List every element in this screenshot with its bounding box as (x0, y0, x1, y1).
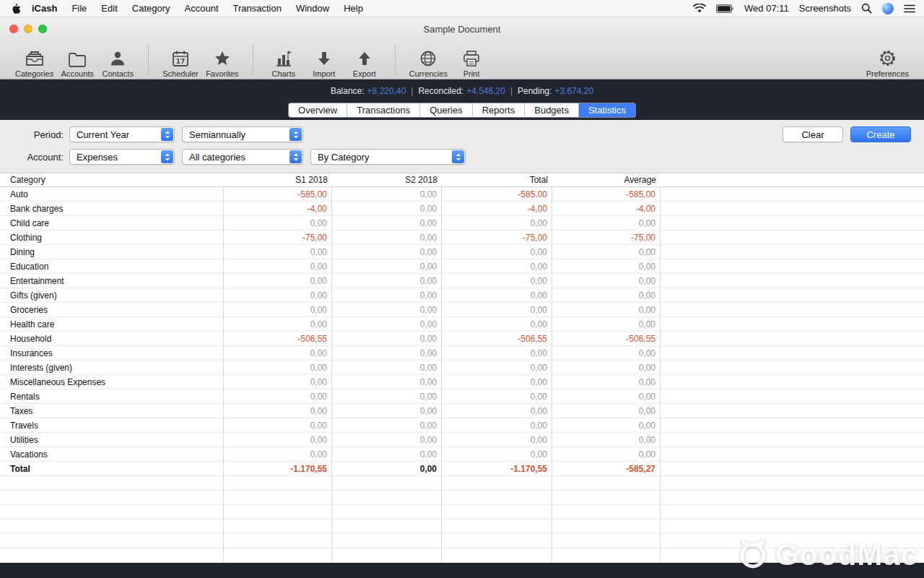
menu-clock[interactable]: Wed 07:11 (744, 3, 789, 14)
tab-queries[interactable]: Queries (420, 103, 473, 117)
table-row-auto[interactable]: Auto-585,000,00-585,00-585,00 (0, 187, 924, 202)
menu-item-account[interactable]: Account (178, 3, 226, 14)
minimize-button[interactable] (24, 25, 32, 33)
statistics-table: CategoryS1 2018S2 2018TotalAverage Auto-… (0, 173, 924, 563)
traffic-lights (9, 25, 47, 33)
value-cell: 0,00 (224, 389, 332, 403)
column-header-average[interactable]: Average (552, 175, 661, 185)
table-row-entertainment[interactable]: Entertainment0,000,000,000,00 (0, 274, 924, 288)
menu-list-icon[interactable] (904, 4, 915, 13)
value-cell: 0,00 (552, 317, 661, 331)
table-row-vacations[interactable]: Vacations0,000,000,000,00 (0, 447, 924, 462)
value-cell: 0,00 (552, 433, 661, 447)
value-cell: 0,00 (442, 418, 552, 432)
interval-select[interactable]: Semiannually (182, 126, 303, 142)
filler-cell (661, 346, 924, 360)
window-title: Sample Document (424, 24, 501, 35)
category-cell (0, 491, 224, 504)
tab-overview[interactable]: Overview (289, 103, 347, 117)
column-header-s1-2018[interactable]: S1 2018 (224, 175, 332, 185)
table-row-child-care[interactable]: Child care0,000,000,000,00 (0, 216, 924, 230)
zoom-button[interactable] (38, 25, 47, 33)
gear-icon (879, 47, 897, 67)
menu-item-help[interactable]: Help (336, 3, 370, 14)
grouping-select[interactable]: By Category (310, 149, 466, 165)
table-row-travels[interactable]: Travels0,000,000,000,00 (0, 418, 924, 433)
value-cell: -585,00 (552, 187, 661, 201)
preferences-label: Preferences (866, 69, 909, 78)
value-cell: 0,00 (332, 433, 442, 447)
categories-button[interactable]: Categories (12, 42, 57, 78)
contacts-button[interactable]: Contacts (97, 42, 138, 78)
wifi-icon[interactable] (693, 4, 706, 13)
charts-button[interactable]: Charts (263, 42, 304, 78)
value-cell: 0,00 (224, 447, 332, 461)
value-cell (442, 534, 552, 548)
preferences-button[interactable]: Preferences (863, 42, 912, 78)
value-cell: 0,00 (442, 288, 552, 302)
table-row-taxes[interactable]: Taxes0,000,000,000,00 (0, 404, 924, 418)
table-row-household[interactable]: Household-506,550,00-506,55-506,55 (0, 332, 924, 346)
table-row-education[interactable]: Education0,000,000,000,00 (0, 259, 924, 274)
table-row-miscellaneous-expenses[interactable]: Miscellaneous Expenses0,000,000,000,00 (0, 375, 924, 389)
menu-app-name[interactable]: iCash (25, 3, 64, 14)
tab-transactions[interactable]: Transactions (347, 103, 420, 117)
column-header-category[interactable]: Category (0, 175, 224, 185)
export-button[interactable]: Export (344, 42, 385, 78)
accounts-button[interactable]: Accounts (57, 42, 97, 78)
siri-icon[interactable] (882, 3, 894, 14)
favorites-button[interactable]: Favorites (202, 42, 243, 78)
column-header-total[interactable]: Total (442, 175, 552, 185)
period-select[interactable]: Current Year (69, 126, 175, 142)
categories-label: Categories (15, 69, 53, 78)
table-row-bank-charges[interactable]: Bank charges-4,000,00-4,00-4,00 (0, 202, 924, 216)
clear-button[interactable]: Clear (783, 126, 843, 142)
menu-item-category[interactable]: Category (125, 3, 178, 14)
value-cell (552, 491, 661, 504)
table-row-clothing[interactable]: Clothing-75,000,00-75,00-75,00 (0, 230, 924, 245)
table-row-insurances[interactable]: Insurances0,000,000,000,00 (0, 346, 924, 361)
table-row-rentals[interactable]: Rentals0,000,000,000,00 (0, 389, 924, 404)
import-button[interactable]: Import (304, 42, 344, 78)
table-row-groceries[interactable]: Groceries0,000,000,000,00 (0, 303, 924, 317)
menu-item-file[interactable]: File (64, 3, 94, 14)
column-header-s2-2018[interactable]: S2 2018 (332, 175, 442, 185)
title-bar: Sample Document (0, 17, 924, 40)
table-row-health-care[interactable]: Health care0,000,000,000,00 (0, 317, 924, 332)
menu-screenshots-app[interactable]: Screenshots (799, 3, 851, 14)
table-row-dining[interactable]: Dining0,000,000,000,00 (0, 245, 924, 259)
tab-statistics[interactable]: Statistics (579, 103, 635, 117)
filler-cell (661, 404, 924, 418)
filter-panel: Period:Current YearSemiannuallyAccount:E… (0, 120, 924, 173)
table-row-empty (0, 491, 924, 505)
scheduler-icon: 17 (172, 47, 189, 67)
tab-reports[interactable]: Reports (473, 103, 526, 117)
category-filter-select[interactable]: All categories (182, 149, 303, 165)
toolbar-separator (395, 44, 396, 76)
table-row-gifts-given[interactable]: Gifts (given)0,000,000,000,00 (0, 288, 924, 303)
value-cell: 0,00 (332, 274, 442, 288)
menu-item-edit[interactable]: Edit (94, 3, 124, 14)
value-cell: 0,00 (332, 389, 442, 403)
category-cell: Bank charges (0, 202, 224, 215)
value-cell: 0,00 (224, 346, 332, 360)
tab-budgets[interactable]: Budgets (525, 103, 579, 117)
search-icon[interactable] (861, 3, 872, 14)
create-button[interactable]: Create (850, 126, 911, 142)
category-cell (0, 534, 224, 548)
menu-item-transaction[interactable]: Transaction (226, 3, 289, 14)
battery-icon[interactable] (716, 4, 734, 13)
value-cell: 0,00 (552, 216, 661, 230)
menu-item-window[interactable]: Window (289, 3, 336, 14)
close-button[interactable] (9, 25, 18, 33)
scheduler-button[interactable]: 17Scheduler (159, 42, 202, 78)
balance-value-reconciled: +4.546,20 (466, 86, 505, 96)
table-row-utilities[interactable]: Utilities0,000,000,000,00 (0, 433, 924, 447)
currencies-button[interactable]: Currencies (406, 42, 451, 78)
print-button[interactable]: Print (451, 42, 492, 78)
account-select[interactable]: Expenses (69, 149, 175, 165)
value-cell: 0,00 (442, 375, 552, 389)
apple-menu-icon[interactable] (9, 3, 25, 14)
category-cell: Vacations (0, 447, 224, 461)
table-row-interests-given[interactable]: Interests (given)0,000,000,000,00 (0, 361, 924, 375)
